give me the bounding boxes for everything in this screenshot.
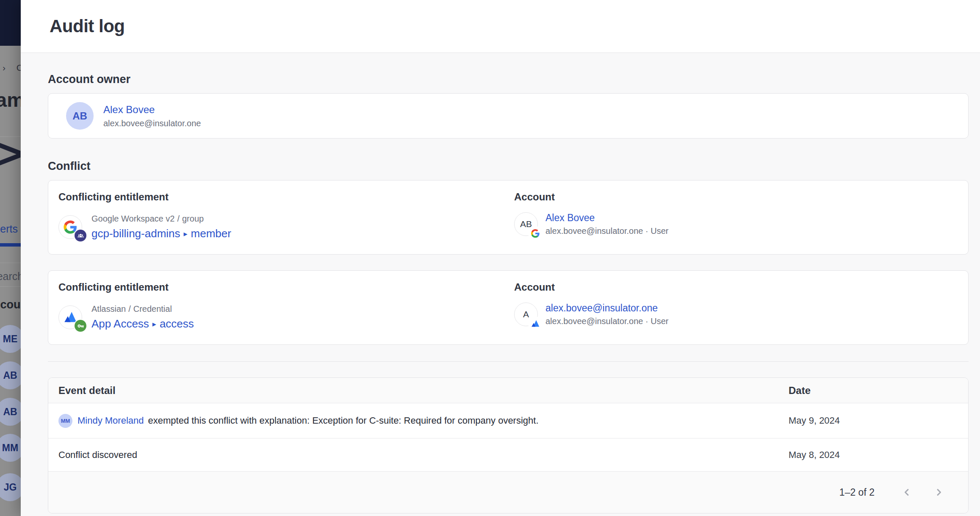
- audit-log-panel: Audit log Account owner AB Alex Bovee al…: [21, 0, 980, 516]
- pagination: 1–2 of 2: [48, 472, 968, 513]
- avatar: AB: [514, 212, 538, 236]
- account-name-link[interactable]: Alex Bovee: [545, 212, 595, 223]
- entitlement-link[interactable]: App Access: [91, 317, 149, 330]
- event-message: exempted this conflict with explanation:…: [148, 415, 539, 426]
- divider: [0, 263, 21, 263]
- owner-name-link[interactable]: Alex Bovee: [103, 104, 155, 115]
- atlassian-logo-icon: [529, 317, 542, 330]
- event-detail-column-header: Event detail: [58, 385, 789, 397]
- group-icon: [74, 229, 87, 242]
- account-heading: Account: [514, 191, 968, 203]
- tab-alerts: Alerts: [0, 223, 18, 235]
- panel-header: Audit log: [21, 0, 980, 53]
- pagination-prev-button[interactable]: [901, 486, 913, 498]
- avatar: MM: [58, 414, 72, 428]
- conflicting-entitlement-heading: Conflicting entitlement: [58, 281, 514, 293]
- page-title: Audit log: [50, 16, 125, 36]
- account-heading: Account: [514, 281, 968, 293]
- avatar: A: [514, 302, 538, 326]
- section-divider: [48, 361, 969, 362]
- account-owner-card: AB Alex Bovee alex.bovee@insulator.one: [48, 93, 969, 139]
- avatar: AB: [66, 102, 94, 130]
- entitlement-link[interactable]: gcp-billing-admins: [91, 227, 180, 240]
- panel-body: Account owner AB Alex Bovee alex.bovee@i…: [21, 53, 980, 516]
- background-arrow-logo: >: [0, 132, 22, 175]
- account-name-link[interactable]: alex.bovee@insulator.one: [545, 302, 658, 313]
- chevron-right-icon: ▸: [149, 320, 160, 328]
- entitlement-app-and-type: Google Workspace v2/group: [91, 214, 231, 224]
- entitlement-role-link[interactable]: access: [160, 317, 194, 330]
- event-date: May 9, 2024: [789, 415, 968, 426]
- account-subtext: alex.bovee@insulator.one · User: [545, 316, 668, 326]
- table-row: MM Mindy Moreland exempted this conflict…: [48, 403, 968, 438]
- account-owner-heading: Account owner: [48, 73, 969, 86]
- event-date: May 8, 2024: [789, 449, 968, 461]
- pagination-label: 1–2 of 2: [839, 487, 875, 498]
- background-app-dimmed: › C am > Alerts Search Account ME AB AB …: [0, 0, 21, 516]
- background-top-nav: [0, 0, 21, 46]
- divider: [0, 286, 21, 287]
- actor-link[interactable]: Mindy Moreland: [78, 415, 144, 426]
- conflict-card-google: Conflicting entitlement: [48, 180, 969, 255]
- table-row: Conflict discovered May 8, 2024: [48, 438, 968, 472]
- conflict-card-atlassian: Conflicting entitlement: [48, 270, 969, 345]
- search-input-fragment: Search: [0, 270, 23, 283]
- date-column-header: Date: [789, 385, 968, 397]
- entitlement-role-link[interactable]: member: [191, 227, 231, 240]
- entitlement-app-and-type: Atlassian/Credential: [91, 304, 194, 314]
- pagination-next-button[interactable]: [933, 486, 945, 498]
- owner-email: alex.bovee@insulator.one: [103, 119, 201, 128]
- table-header-row: Event detail Date: [48, 378, 968, 403]
- conflicting-entitlement-heading: Conflicting entitlement: [58, 191, 514, 203]
- chevron-right-icon: ▸: [180, 230, 191, 238]
- event-message: Conflict discovered: [58, 449, 137, 461]
- account-subtext: alex.bovee@insulator.one · User: [545, 226, 668, 236]
- event-detail-table: Event detail Date MM Mindy Moreland exem…: [48, 377, 969, 513]
- key-icon: [74, 319, 87, 333]
- conflict-heading: Conflict: [48, 160, 969, 173]
- google-logo-icon: [529, 227, 542, 240]
- tab-active-underline: [0, 243, 22, 247]
